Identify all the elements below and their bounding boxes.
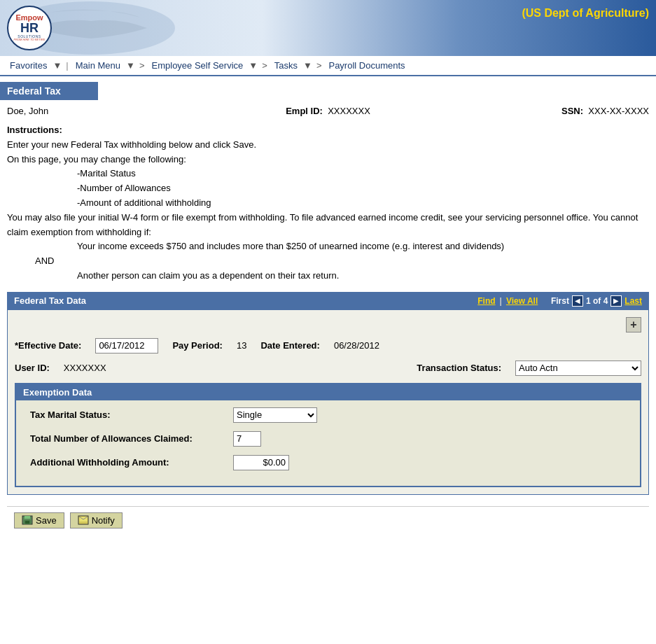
instructions-line2: On this page, you may change the followi… xyxy=(7,153,649,167)
date-entered-value: 06/28/2012 xyxy=(334,340,379,351)
exemption-data-section: Exemption Data Tax Marital Status: Singl… xyxy=(15,383,641,487)
nav-favorites[interactable]: Favorites xyxy=(7,59,50,72)
bottom-bar: Save Notify xyxy=(7,506,649,534)
nav-arrow-3: ▼ xyxy=(249,60,258,71)
save-icon xyxy=(22,515,33,525)
marital-status-select[interactable]: Single Married Married but withhold at h… xyxy=(233,407,317,423)
nav-sep-2: > xyxy=(262,60,267,71)
nav-payroll-documents[interactable]: Payroll Documents xyxy=(326,59,407,72)
navigation-bar: Favorites ▼ | Main Menu ▼ > Employee Sel… xyxy=(0,56,656,76)
instructions-item2: -Number of Allowances xyxy=(7,181,649,196)
notify-button[interactable]: Notify xyxy=(70,512,123,528)
ssn-label: SSN: xyxy=(561,106,583,116)
instructions-item1: -Marital Status xyxy=(7,167,649,181)
nav-sep-1: > xyxy=(139,60,145,71)
nav-arrow-2: ▼ xyxy=(126,60,135,71)
effective-date-input[interactable] xyxy=(95,338,158,354)
instructions-line5: AND xyxy=(7,254,649,269)
pay-period-label: Pay Period: xyxy=(172,340,223,351)
instructions-line3: You may also file your initial W-4 form … xyxy=(7,211,649,240)
svg-rect-2 xyxy=(25,516,30,519)
ssn-value: XXX-XX-XXXX xyxy=(588,106,649,116)
save-button[interactable]: Save xyxy=(14,512,64,528)
instructions-item3: -Amount of additional withholding xyxy=(7,196,649,211)
user-id-label: User ID: xyxy=(15,363,50,373)
nav-sep-3: > xyxy=(316,60,322,71)
federal-tax-data-section: Federal Tax Data Find | View All First ◀… xyxy=(7,292,649,495)
view-all-link[interactable]: View All xyxy=(506,296,538,306)
marital-status-label: Tax Marital Status: xyxy=(30,410,226,420)
instructions-block: Instructions: Enter your new Federal Tax… xyxy=(7,123,649,284)
pay-period-value: 13 xyxy=(237,340,246,351)
instructions-line1: Enter your new Federal Tax withholding b… xyxy=(7,138,649,153)
empl-id-label: Empl ID: xyxy=(286,106,323,116)
section-title: Federal Tax Data xyxy=(14,295,86,306)
page-info: 1 of 4 xyxy=(586,296,608,306)
effective-date-label: *Effective Date: xyxy=(15,340,81,351)
instructions-line4: Your income exceeds $750 and includes mo… xyxy=(7,239,649,254)
nav-main-menu[interactable]: Main Menu xyxy=(73,59,123,72)
notify-icon xyxy=(78,515,89,525)
exemption-title: Exemption Data xyxy=(16,384,640,400)
nav-arrow-1: ▼ xyxy=(53,60,62,71)
nav-arrow-4: ▼ xyxy=(303,60,312,71)
page-title: Federal Tax xyxy=(0,82,98,100)
withholding-amount-input[interactable] xyxy=(233,455,289,470)
employee-name: Doe, John xyxy=(7,106,221,116)
find-link[interactable]: Find xyxy=(477,296,495,306)
save-label: Save xyxy=(36,515,57,526)
transaction-status-label: Transaction Status: xyxy=(417,363,501,373)
next-page-button[interactable]: ▶ xyxy=(610,295,622,307)
prev-page-button[interactable]: ◀ xyxy=(572,295,583,307)
allowances-input[interactable] xyxy=(233,431,261,447)
nav-employee-self-service[interactable]: Employee Self Service xyxy=(149,59,246,72)
last-label[interactable]: Last xyxy=(624,296,642,306)
first-label: First xyxy=(551,296,569,306)
dept-name: (US Dept of Agriculture) xyxy=(522,7,649,20)
user-id-value: XXXXXXX xyxy=(64,363,106,373)
allowances-label: Total Number of Allowances Claimed: xyxy=(30,433,226,444)
add-record-button[interactable]: + xyxy=(626,317,641,332)
instructions-title: Instructions: xyxy=(7,125,62,135)
withholding-label: Additional Withholding Amount: xyxy=(30,457,226,468)
date-entered-label: Date Entered: xyxy=(260,340,320,351)
notify-label: Notify xyxy=(92,515,115,526)
transaction-status-select[interactable]: Auto Actn Manual Pending xyxy=(515,360,641,376)
nav-tasks[interactable]: Tasks xyxy=(272,59,300,72)
empl-id-value: XXXXXXX xyxy=(328,106,370,116)
svg-rect-4 xyxy=(25,521,29,524)
instructions-line6: Another person can claim you as a depend… xyxy=(7,269,649,284)
